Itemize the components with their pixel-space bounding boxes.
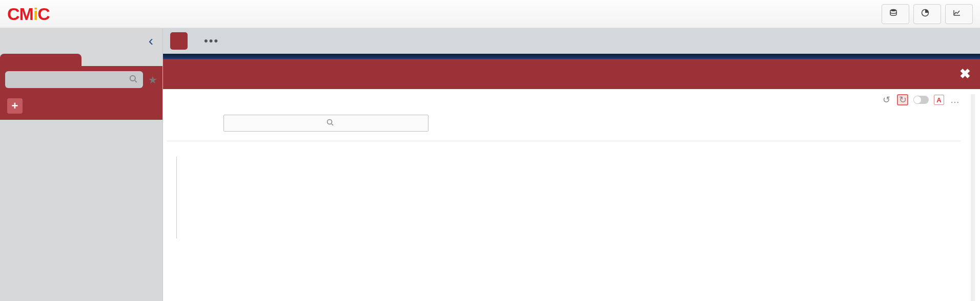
svg-line-5 bbox=[332, 124, 333, 125]
create-new-canvas-button[interactable]: + bbox=[0, 92, 162, 120]
favorite-filter-icon[interactable]: ★ bbox=[148, 74, 157, 86]
chart-plot[interactable] bbox=[176, 157, 490, 239]
svg-point-0 bbox=[890, 9, 896, 11]
chart-y-axis bbox=[172, 157, 176, 239]
company-selector[interactable] bbox=[223, 115, 428, 132]
plus-icon: + bbox=[7, 98, 23, 114]
divider bbox=[163, 54, 980, 59]
filter-input-wrap[interactable] bbox=[5, 71, 143, 88]
context-badge bbox=[170, 32, 188, 50]
query-builder-button[interactable] bbox=[945, 4, 973, 24]
refresh-icon[interactable]: ↻ bbox=[897, 94, 908, 105]
view-toggle[interactable] bbox=[913, 96, 929, 104]
canvas-list bbox=[0, 120, 162, 301]
scrollbar[interactable] bbox=[971, 94, 975, 301]
chart-legend bbox=[490, 146, 511, 239]
database-icon bbox=[889, 9, 897, 19]
context-more-icon[interactable]: ••• bbox=[204, 34, 219, 48]
filter-input[interactable] bbox=[10, 75, 129, 84]
brand: CMiC bbox=[7, 4, 59, 24]
svg-line-3 bbox=[135, 80, 136, 82]
more-options-icon[interactable]: … bbox=[949, 94, 961, 105]
brand-logo: CMiC bbox=[7, 4, 50, 24]
svg-point-2 bbox=[130, 76, 135, 81]
export-pdf-icon[interactable]: A bbox=[934, 95, 944, 105]
collapse-sidebar-icon[interactable]: ‹ bbox=[149, 33, 153, 49]
tab-canvas[interactable] bbox=[0, 54, 81, 66]
tab-objects[interactable] bbox=[81, 54, 163, 66]
close-icon[interactable]: ✖ bbox=[959, 66, 971, 82]
sidebar-tabs bbox=[0, 54, 162, 66]
catalog-builder-button[interactable] bbox=[882, 4, 909, 24]
pie-chart-icon bbox=[921, 9, 929, 19]
search-icon bbox=[326, 118, 423, 128]
line-chart-icon bbox=[953, 9, 961, 19]
top-bar: CMiC bbox=[0, 0, 980, 28]
dashboard-toolbar: ↺ ↻ A … bbox=[881, 94, 961, 105]
chart-panel bbox=[167, 141, 961, 239]
context-bar: ••• bbox=[163, 28, 980, 54]
svg-point-4 bbox=[328, 120, 332, 124]
sidebar: ‹ ★ + bbox=[0, 28, 163, 301]
search-icon bbox=[129, 74, 138, 85]
dashboard-builder-button[interactable] bbox=[913, 4, 941, 24]
undo-icon[interactable]: ↺ bbox=[881, 94, 892, 105]
panel-header: ✖ bbox=[163, 59, 980, 89]
dashboard-heading bbox=[167, 95, 881, 105]
panel-body: ↺ ↻ A … bbox=[163, 89, 980, 301]
main-panel: ••• ✖ ↺ ↻ A … bbox=[163, 28, 980, 301]
